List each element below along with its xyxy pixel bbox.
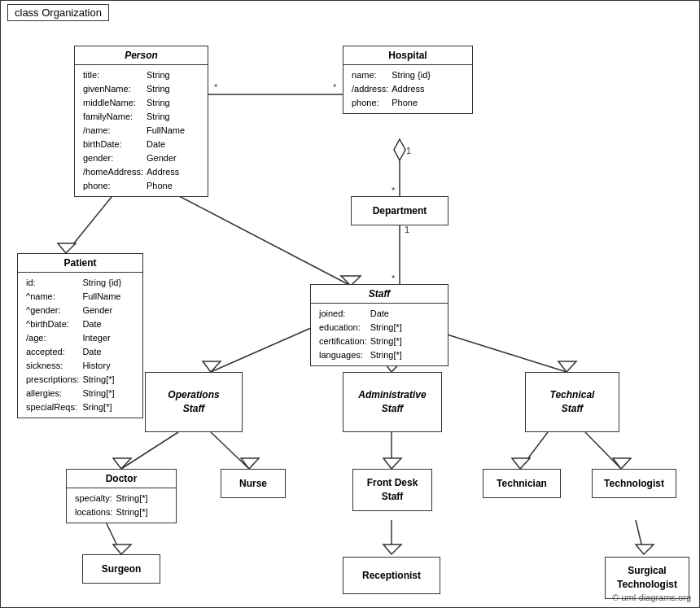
svg-marker-35 xyxy=(636,545,654,554)
svg-marker-29 xyxy=(613,458,631,469)
technologist-class: Technologist xyxy=(592,469,676,498)
svg-line-30 xyxy=(105,520,121,554)
doctor-attrs: specialty:String[*] locations:String[*] xyxy=(67,488,176,523)
svg-text:*: * xyxy=(392,186,396,195)
svg-marker-23 xyxy=(241,458,259,469)
surgeon-title: Surgeon xyxy=(102,563,142,575)
technologist-title: Technologist xyxy=(604,478,664,489)
svg-marker-33 xyxy=(383,545,401,554)
svg-line-0 xyxy=(66,188,119,253)
staff-attrs: joined:Date education:String[*] certific… xyxy=(311,304,448,365)
hospital-attrs: name:String {id} /address:Address phone:… xyxy=(343,65,472,113)
nurse-class: Nurse xyxy=(221,469,286,498)
receptionist-title: Receptionist xyxy=(362,570,421,581)
patient-class: Patient id:String {id} ^name:FullName ^g… xyxy=(17,253,143,418)
surgeon-class: Surgeon xyxy=(82,554,160,584)
svg-marker-21 xyxy=(113,458,131,469)
svg-marker-31 xyxy=(113,545,131,554)
svg-line-1 xyxy=(164,188,351,286)
svg-text:*: * xyxy=(333,82,337,92)
svg-line-22 xyxy=(211,432,249,469)
svg-marker-2 xyxy=(58,243,76,253)
svg-text:*: * xyxy=(214,82,218,92)
surgical-technologist-title: SurgicalTechnologist xyxy=(617,564,677,592)
person-title: Person xyxy=(75,46,208,65)
receptionist-class: Receptionist xyxy=(343,557,440,594)
patient-title: Patient xyxy=(18,254,142,273)
diagram-container: class Organization 1 * * * 1 * xyxy=(0,0,700,608)
technician-class: Technician xyxy=(483,469,561,498)
front-desk-staff-title: Front DeskStaff xyxy=(367,476,418,504)
operations-staff-title: OperationsStaff xyxy=(168,388,219,416)
staff-class: Staff joined:Date education:String[*] ce… xyxy=(310,284,448,366)
doctor-class: Doctor specialty:String[*] locations:Str… xyxy=(66,469,177,523)
person-attrs: title:String givenName:String middleName… xyxy=(75,65,208,196)
front-desk-staff-class: Front DeskStaff xyxy=(352,469,432,511)
hospital-class: Hospital name:String {id} /address:Addre… xyxy=(343,46,473,114)
technical-staff-title: TechnicalStaff xyxy=(550,388,595,416)
svg-marker-25 xyxy=(383,458,401,469)
person-class: Person title:String givenName:String mid… xyxy=(74,46,208,197)
technician-title: Technician xyxy=(497,478,547,489)
diagram-title: class Organization xyxy=(7,4,109,21)
svg-marker-5 xyxy=(394,139,405,160)
svg-marker-27 xyxy=(512,458,530,469)
staff-title: Staff xyxy=(311,285,448,304)
svg-line-28 xyxy=(585,432,621,469)
administrative-staff-title: AdministrativeStaff xyxy=(358,388,426,416)
nurse-title: Nurse xyxy=(239,478,267,489)
svg-text:1: 1 xyxy=(406,146,411,155)
technical-staff-class: TechnicalStaff xyxy=(525,372,619,432)
svg-line-14 xyxy=(211,325,318,372)
department-class: Department xyxy=(351,196,448,225)
svg-text:*: * xyxy=(392,273,396,283)
svg-line-20 xyxy=(121,432,178,469)
svg-marker-15 xyxy=(203,361,221,372)
operations-staff-class: OperationsStaff xyxy=(145,372,243,432)
doctor-title: Doctor xyxy=(67,470,176,488)
hospital-title: Hospital xyxy=(343,46,472,65)
copyright: © uml-diagrams.org xyxy=(612,593,691,602)
administrative-staff-class: AdministrativeStaff xyxy=(343,372,442,432)
svg-line-34 xyxy=(636,520,644,554)
svg-marker-19 xyxy=(558,361,576,372)
department-title: Department xyxy=(373,205,427,217)
patient-attrs: id:String {id} ^name:FullName ^gender:Ge… xyxy=(18,273,142,418)
svg-text:1: 1 xyxy=(405,225,409,234)
svg-line-26 xyxy=(520,432,548,469)
